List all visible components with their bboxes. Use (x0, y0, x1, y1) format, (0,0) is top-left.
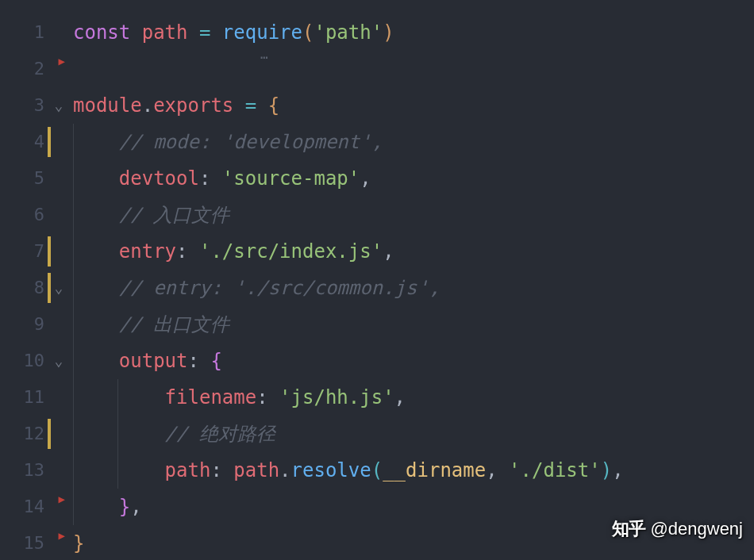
token (73, 167, 119, 190)
gutter-line: 9 (0, 306, 73, 343)
code-editor[interactable]: 1▶23⌄45678⌄910⌄111213▶14▶15 const path =… (0, 0, 754, 560)
token: = (245, 94, 256, 117)
line-number: 10 (24, 343, 45, 379)
code-line[interactable]: entry: './src/index.js', (73, 233, 754, 270)
token (73, 277, 119, 299)
token: { (268, 94, 279, 117)
line-number: 2 (34, 51, 44, 87)
token (256, 94, 267, 117)
gutter-line: 15 (0, 525, 73, 560)
token: . (279, 459, 290, 481)
token: : (176, 240, 199, 263)
code-line[interactable]: path: path.resolve(__dirname, './dist'), (73, 452, 754, 489)
gutter-line: 14▶ (0, 489, 73, 525)
line-number: 1 (34, 14, 44, 51)
line-number: 14 (24, 489, 45, 525)
indent-guide (73, 270, 74, 306)
gutter-line: 2 (0, 51, 73, 87)
gutter-line: 3⌄ (0, 87, 73, 124)
token: , (360, 167, 371, 190)
code-line[interactable] (73, 51, 754, 87)
token: : (199, 167, 222, 190)
code-line[interactable]: const path = require('path')… (73, 14, 754, 51)
indent-guide (73, 306, 74, 343)
gutter-line: 1▶ (0, 14, 73, 51)
token: ( (302, 21, 314, 44)
code-text: const path = require('path') (73, 14, 394, 51)
modification-indicator (48, 127, 51, 157)
gutter-line: 6 (0, 197, 73, 233)
indent-guide (117, 379, 118, 416)
line-number: 3 (34, 87, 44, 124)
code-line[interactable]: // entry: './src/common.js', (73, 270, 754, 306)
code-text: module.exports = { (73, 87, 279, 124)
token (73, 386, 165, 408)
code-line[interactable]: // 出口文件 (73, 306, 754, 343)
fold-icon[interactable]: ⌄ (51, 87, 67, 124)
token (73, 496, 119, 518)
code-line[interactable]: filename: 'js/hh.js', (73, 379, 754, 416)
indent-guide (73, 452, 74, 489)
token: exports (153, 94, 233, 117)
token: resolve (291, 459, 371, 481)
token: output (119, 350, 188, 372)
token: module (73, 94, 142, 117)
token: // 入口文件 (119, 204, 229, 226)
token: : (188, 350, 211, 372)
token: ) (383, 21, 394, 44)
token: devtool (119, 167, 199, 190)
token (210, 21, 221, 44)
token (233, 94, 244, 117)
token: // 出口文件 (119, 313, 229, 336)
token: , (130, 496, 141, 518)
line-number: 7 (34, 233, 44, 270)
code-line[interactable]: output: { (73, 343, 754, 379)
code-area[interactable]: const path = require('path')…module.expo… (73, 0, 754, 560)
token: : (210, 459, 233, 481)
token (73, 204, 119, 226)
gutter: 1▶23⌄45678⌄910⌄111213▶14▶15 (0, 0, 73, 560)
token: } (73, 532, 84, 554)
token: path (142, 21, 188, 44)
token: ( (371, 459, 383, 481)
gutter-line: 10⌄ (0, 343, 73, 379)
watermark: 知乎 @dengwenj (612, 511, 743, 547)
code-text: output: { (73, 343, 222, 379)
token (188, 21, 199, 44)
token: path (165, 459, 211, 481)
token: // mode: 'development', (119, 131, 383, 153)
modification-indicator (48, 236, 51, 267)
token: './dist' (509, 459, 601, 481)
code-line[interactable]: // mode: 'development', (73, 124, 754, 160)
token (73, 313, 119, 336)
code-line[interactable]: devtool: 'source-map', (73, 160, 754, 197)
gutter-line: 13▶ (0, 452, 73, 489)
token: ) (601, 459, 612, 481)
watermark-handle: @dengwenj (650, 511, 743, 547)
token: // 绝对路径 (165, 423, 275, 445)
code-text: }, (73, 489, 142, 525)
line-number: 9 (34, 306, 44, 343)
token: 'path' (314, 21, 383, 44)
code-text: path: path.resolve(__dirname, './dist'), (73, 452, 624, 489)
code-text: // 绝对路径 (73, 416, 275, 452)
line-number: 13 (24, 452, 45, 489)
code-line[interactable]: // 绝对路径 (73, 416, 754, 452)
token: const (73, 21, 130, 44)
code-text: entry: './src/index.js', (73, 233, 394, 270)
code-line[interactable]: // 入口文件 (73, 197, 754, 233)
indent-guide (73, 124, 74, 160)
zhihu-logo: 知乎 (612, 511, 645, 547)
code-text: // mode: 'development', (73, 124, 383, 160)
token: . (142, 94, 153, 117)
fold-icon[interactable]: ⌄ (51, 270, 67, 306)
line-number: 5 (34, 160, 44, 197)
line-number: 8 (34, 270, 44, 306)
token: './src/index.js' (199, 240, 383, 263)
indent-guide (73, 343, 74, 379)
modification-indicator (48, 419, 51, 449)
token (73, 131, 119, 153)
token (73, 423, 165, 445)
code-line[interactable]: module.exports = { (73, 87, 754, 124)
fold-icon[interactable]: ⌄ (51, 343, 67, 379)
